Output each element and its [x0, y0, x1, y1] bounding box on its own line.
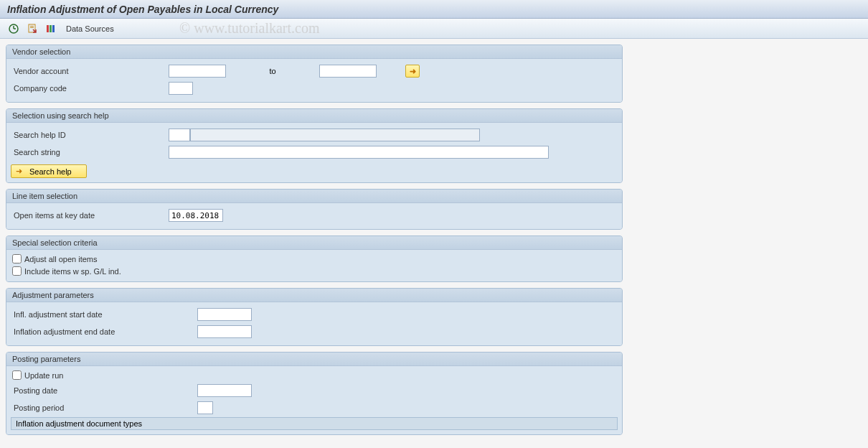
app-toolbar: Data Sources	[0, 19, 868, 39]
group-adjustment-params: Adjustment parameters Infl. adjustment s…	[6, 288, 623, 346]
arrow-right-icon: ➜	[16, 167, 22, 176]
company-code-input[interactable]	[169, 82, 193, 95]
execute-icon[interactable]	[7, 22, 20, 35]
vendor-account-from-input[interactable]	[169, 65, 226, 78]
adj-end-date-input[interactable]	[197, 325, 252, 338]
search-help-button[interactable]: ➜ Search help	[11, 164, 87, 178]
svg-rect-4	[30, 26, 34, 27]
content-area: Vendor selection Vendor account to ➜ Com…	[0, 39, 628, 441]
group-special-criteria: Special selection criteria Adjust all op…	[6, 235, 623, 282]
include-sp-gl-checkbox[interactable]	[12, 266, 22, 276]
open-items-date-label: Open items at key date	[11, 211, 169, 220]
group-search-help: Selection using search help Search help …	[6, 108, 623, 183]
group-title-vendor: Vendor selection	[6, 45, 622, 59]
group-posting-params: Posting parameters Update run Posting da…	[6, 352, 623, 435]
title-bar: Inflation Adjustment of Open Payables in…	[0, 0, 868, 19]
data-sources-label[interactable]: Data Sources	[66, 24, 114, 33]
posting-date-input[interactable]	[197, 384, 252, 397]
company-code-label: Company code	[11, 84, 169, 93]
include-sp-gl-label: Include items w sp. G/L ind.	[24, 267, 121, 276]
adjust-all-checkbox[interactable]	[12, 254, 22, 263]
group-vendor-selection: Vendor selection Vendor account to ➜ Com…	[6, 45, 623, 103]
search-help-button-label: Search help	[29, 167, 72, 176]
adj-end-date-label: Inflation adjustment end date	[11, 327, 197, 336]
vendor-account-range-button[interactable]: ➜	[405, 65, 420, 78]
group-title-posting: Posting parameters	[6, 353, 622, 366]
group-title-line-item: Line item selection	[6, 190, 622, 203]
selection-options-icon[interactable]	[44, 22, 57, 35]
page-title: Inflation Adjustment of Open Payables in…	[7, 4, 278, 15]
doc-types-section: Inflation adjustment document types	[11, 417, 618, 430]
posting-date-label: Posting date	[11, 386, 197, 395]
doc-types-label: Inflation adjustment document types	[16, 419, 142, 428]
search-string-input[interactable]	[169, 146, 549, 159]
svg-rect-8	[52, 25, 55, 32]
adjust-all-label: Adjust all open items	[24, 255, 98, 263]
vendor-account-label: Vendor account	[11, 67, 169, 75]
search-help-id-label: Search help ID	[11, 131, 169, 139]
svg-rect-6	[47, 25, 49, 32]
vendor-account-to-input[interactable]	[319, 65, 377, 78]
posting-period-label: Posting period	[11, 403, 197, 412]
group-title-special: Special selection criteria	[6, 236, 622, 250]
to-label: to	[262, 67, 283, 75]
adj-start-date-label: Infl. adjustment start date	[11, 310, 197, 319]
get-variant-icon[interactable]	[26, 22, 39, 35]
search-help-id-desc-input	[190, 129, 480, 141]
group-title-adjustment: Adjustment parameters	[6, 289, 622, 302]
posting-period-input[interactable]	[197, 401, 213, 414]
update-run-checkbox[interactable]	[12, 370, 22, 380]
arrow-right-icon: ➜	[410, 67, 416, 76]
search-string-label: Search string	[11, 148, 169, 157]
group-line-item: Line item selection Open items at key da…	[6, 189, 623, 230]
svg-rect-5	[30, 27, 34, 28]
update-run-label: Update run	[24, 371, 63, 380]
group-title-search-help: Selection using search help	[6, 109, 622, 123]
open-items-date-input[interactable]	[169, 209, 223, 222]
adj-start-date-input[interactable]	[197, 308, 252, 321]
svg-rect-7	[49, 25, 52, 32]
search-help-id-input[interactable]	[169, 129, 190, 141]
